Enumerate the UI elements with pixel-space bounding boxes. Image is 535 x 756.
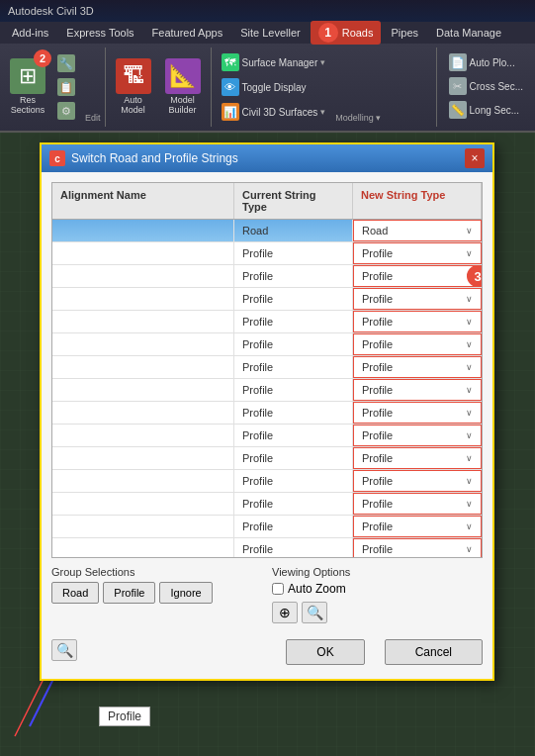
model-builder-icon: 📐	[165, 58, 201, 94]
table-row[interactable]: ProfileProfile	[52, 493, 482, 516]
row14-name	[52, 516, 234, 537]
row9-new[interactable]: Profile	[353, 402, 482, 424]
table-row[interactable]: ProfileProfile	[52, 356, 482, 379]
row8-new[interactable]: Profile	[353, 379, 482, 401]
group-selections-label: Group Selections	[51, 566, 262, 578]
menu-featured-apps[interactable]: Featured Apps	[144, 25, 231, 41]
table-row[interactable]: Profile Profile	[52, 242, 482, 265]
row11-new[interactable]: Profile	[353, 447, 482, 469]
row3-current: Profile	[234, 265, 353, 287]
title-text: Autodesk Civil 3D	[8, 5, 94, 17]
table-row[interactable]: ProfileProfile	[52, 538, 482, 558]
row3-new[interactable]: Profile 3	[353, 265, 482, 287]
auto-plot-btn[interactable]: 📄 Auto Plo...	[445, 51, 527, 73]
cross-sec-label: Cross Sec...	[470, 81, 523, 92]
row13-new[interactable]: Profile	[353, 493, 482, 515]
icon-2: 📋	[57, 78, 75, 96]
auto-model-icon: 🏗	[116, 58, 151, 94]
ignore-group-button[interactable]: Ignore	[159, 582, 212, 604]
row6-current: Profile	[234, 333, 353, 355]
modelling-label: Modelling ▾	[333, 49, 381, 125]
sections-label: ResSections	[11, 96, 45, 116]
row12-name	[52, 470, 234, 492]
alignment-table[interactable]: Alignment Name Current StringType New St…	[51, 182, 483, 558]
model-builder-label: ModelBuilder	[169, 96, 197, 116]
table-header: Alignment Name Current StringType New St…	[52, 183, 482, 220]
ribbon-model-group: 🏗 AutoModel 📐 ModelBuilder	[106, 47, 212, 127]
row7-new[interactable]: Profile	[353, 356, 482, 378]
table-row[interactable]: Profile Profile 3	[52, 265, 482, 288]
row2-new[interactable]: Profile	[353, 242, 482, 264]
row7-current: Profile	[234, 356, 353, 378]
icon-1: 🔧	[57, 54, 75, 72]
profile-badge: Profile	[99, 707, 150, 726]
dialog-title: Switch Road and Profile Strings	[71, 151, 238, 165]
ribbon-btn-3[interactable]: ⚙	[53, 100, 79, 122]
row10-new[interactable]: Profile	[353, 425, 482, 446]
table-row[interactable]: ProfileProfile	[52, 288, 482, 311]
road-group-button[interactable]: Road	[51, 582, 99, 604]
table-row[interactable]: ProfileProfile	[52, 333, 482, 356]
row14-new[interactable]: Profile	[353, 516, 482, 537]
menu-data-manage[interactable]: Data Manage	[428, 25, 509, 41]
menu-site-leveller[interactable]: Site Leveller	[232, 25, 309, 41]
table-row[interactable]: ProfileProfile	[52, 402, 482, 425]
view-option-button[interactable]: 🔍	[302, 602, 327, 623]
ok-button[interactable]: OK	[286, 639, 364, 665]
table-row[interactable]: Road Road	[52, 220, 482, 242]
row1-new[interactable]: Road	[353, 220, 482, 241]
table-row[interactable]: ProfileProfile	[52, 470, 482, 493]
table-row[interactable]: ProfileProfile	[52, 311, 482, 333]
group-selections-panel: Group Selections Road Profile Ignore	[51, 566, 262, 623]
table-row[interactable]: ProfileProfile	[52, 447, 482, 470]
civil3d-surfaces-icon: 📊	[222, 103, 239, 121]
sections-badge: 2	[34, 49, 51, 67]
row2-name	[52, 242, 234, 264]
surface-manager-label: Surface Manager	[242, 57, 318, 68]
auto-zoom-checkbox[interactable]	[272, 583, 284, 595]
row11-name	[52, 447, 234, 469]
row15-new[interactable]: Profile	[353, 538, 482, 558]
surface-manager-btn[interactable]: 🗺 Surface Manager ▾	[218, 51, 330, 73]
long-sec-btn[interactable]: 📏 Long Sec...	[445, 99, 527, 121]
table-row[interactable]: ProfileProfile	[52, 516, 482, 538]
model-builder-button[interactable]: 📐 ModelBuilder	[159, 49, 207, 125]
civil3d-surfaces-btn[interactable]: 📊 Civil 3D Surfaces ▾	[218, 101, 330, 123]
ribbon: 2 ⊞ ResSections 🔧 📋 ⚙ Edit 🏗 AutoModel 📐…	[0, 44, 535, 133]
zoom-extents-button[interactable]: ⊕	[272, 602, 298, 623]
row2-current: Profile	[234, 242, 353, 264]
row15-name	[52, 538, 234, 558]
ribbon-btn-1[interactable]: 🔧	[53, 52, 79, 74]
row13-current: Profile	[234, 493, 353, 515]
table-row[interactable]: ProfileProfile	[52, 379, 482, 402]
row3-name	[52, 265, 234, 287]
row3-new-text: Profile	[362, 270, 393, 282]
row9-name	[52, 402, 234, 424]
civil3d-arrow: ▾	[320, 107, 325, 117]
auto-plot-icon: 📄	[449, 53, 467, 71]
menu-pipes[interactable]: Pipes	[383, 25, 426, 41]
dialog-close-button[interactable]: ×	[465, 148, 485, 168]
sections-button[interactable]: 2 ⊞ ResSections	[4, 49, 51, 125]
row12-new[interactable]: Profile	[353, 470, 482, 492]
row4-new[interactable]: Profile	[353, 288, 482, 310]
table-row[interactable]: ProfileProfile	[52, 425, 482, 447]
row15-current: Profile	[234, 538, 353, 558]
zoom-button[interactable]: 🔍	[51, 639, 77, 661]
auto-model-button[interactable]: 🏗 AutoModel	[110, 49, 157, 125]
row12-current: Profile	[234, 470, 353, 492]
ribbon-btn-2[interactable]: 📋	[53, 76, 79, 98]
dialog-title-bar: c Switch Road and Profile Strings ×	[42, 144, 492, 172]
toggle-display-btn[interactable]: 👁 Toggle Display	[218, 76, 330, 98]
row6-new[interactable]: Profile	[353, 333, 482, 355]
badge-3: 3	[467, 265, 483, 287]
menu-add-ins[interactable]: Add-ins	[4, 25, 56, 41]
cross-sec-btn[interactable]: ✂ Cross Sec...	[445, 75, 527, 97]
viewing-options-label: Viewing Options	[272, 566, 483, 578]
menu-express-tools[interactable]: Express Tools	[58, 25, 141, 41]
profile-group-button[interactable]: Profile	[103, 582, 155, 604]
row6-name	[52, 333, 234, 355]
menu-roads[interactable]: 1 Roads	[311, 21, 382, 45]
cancel-button[interactable]: Cancel	[385, 639, 483, 665]
row5-new[interactable]: Profile	[353, 311, 482, 332]
